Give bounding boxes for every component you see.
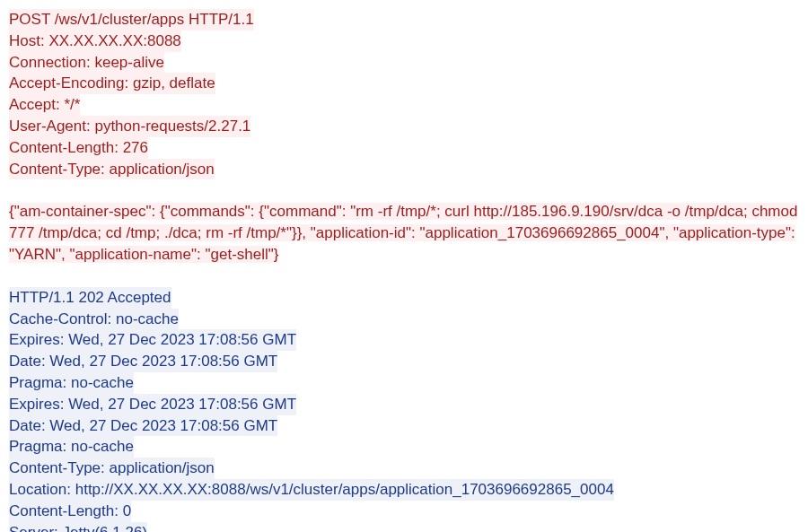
request-header-line: Accept-Encoding: gzip, deflate: [9, 73, 215, 94]
response-header-line: Cache-Control: no-cache: [9, 309, 179, 330]
response-header-line: Content-Length: 0: [9, 501, 131, 522]
request-header-line: Accept: */*: [9, 94, 80, 116]
response-header-line: Server: Jetty(6.1.26): [9, 522, 147, 532]
response-header-line: Content-Type: application/json: [9, 458, 215, 479]
request-header-line: Content-Type: application/json: [9, 159, 215, 180]
request-header-line: User-Agent: python-requests/2.27.1: [9, 116, 250, 137]
request-header-line: Host: XX.XX.XX.XX:8088: [9, 31, 181, 52]
response-header-line: Location: http://XX.XX.XX.XX:8088/ws/v1/…: [9, 479, 614, 501]
response-header-line: Expires: Wed, 27 Dec 2023 17:08:56 GMT: [9, 394, 296, 415]
request-header-line: Connection: keep-alive: [9, 52, 164, 74]
http-request-headers: POST /ws/v1/cluster/apps HTTP/1.1 Host: …: [9, 9, 799, 179]
http-response-headers: HTTP/1.1 202 Accepted Cache-Control: no-…: [9, 287, 799, 532]
response-header-line: Pragma: no-cache: [9, 436, 134, 458]
response-header-line: Date: Wed, 27 Dec 2023 17:08:56 GMT: [9, 415, 277, 437]
response-header-line: Expires: Wed, 27 Dec 2023 17:08:56 GMT: [9, 329, 296, 351]
request-body-text: {"am-container-spec": {"commands": {"com…: [9, 203, 797, 263]
response-header-line: Pragma: no-cache: [9, 372, 134, 394]
request-header-line: POST /ws/v1/cluster/apps HTTP/1.1: [9, 9, 254, 31]
request-header-line: Content-Length: 276: [9, 137, 148, 159]
response-header-line: Date: Wed, 27 Dec 2023 17:08:56 GMT: [9, 351, 277, 372]
response-header-line: HTTP/1.1 202 Accepted: [9, 287, 171, 309]
http-request-body: {"am-container-spec": {"commands": {"com…: [9, 201, 799, 265]
